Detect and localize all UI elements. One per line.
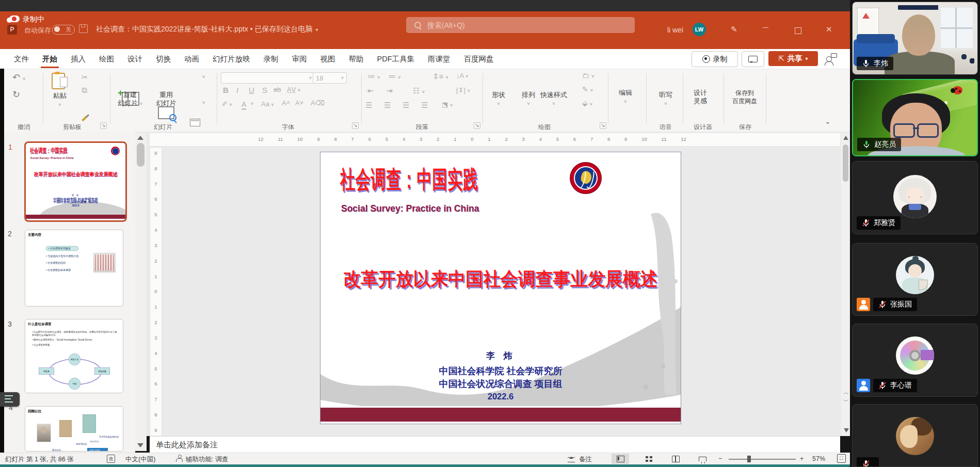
quick-styles-button[interactable]: 快速样式˅: [537, 91, 571, 108]
format-painter-icon[interactable]: [82, 116, 87, 122]
comments-button[interactable]: [742, 51, 764, 67]
close-button[interactable]: ✕: [826, 25, 832, 34]
scroll-down-icon[interactable]: [844, 428, 849, 432]
participant-video-partial[interactable]: [852, 404, 978, 467]
reading-view-button[interactable]: [667, 454, 684, 464]
align-text-button[interactable]: [⇕] ˅: [456, 86, 470, 94]
change-case-button[interactable]: Aa ˅: [261, 100, 274, 108]
normal-view-button[interactable]: [612, 454, 629, 464]
clear-formatting-button[interactable]: A⌫: [311, 99, 325, 107]
avatar[interactable]: LW: [693, 23, 706, 36]
ribbon-tab-百度网盘[interactable]: 百度网盘: [457, 50, 501, 68]
increase-indent-button[interactable]: ⇥: [386, 86, 393, 95]
smartart-button[interactable]: ⬔ ˅: [442, 101, 453, 108]
shape-outline-button[interactable]: ✎ ˅: [582, 85, 593, 93]
ribbon-tab-插入[interactable]: 插入: [64, 50, 92, 68]
accessibility-status[interactable]: 辅助功能: 调查: [186, 455, 228, 464]
scroll-up-icon[interactable]: [137, 136, 143, 140]
justify-button[interactable]: ☰: [421, 101, 428, 110]
ribbon-tab-录制[interactable]: 录制: [257, 50, 285, 68]
collapse-ribbon-button[interactable]: ⌄: [825, 119, 831, 124]
floating-annotation-badge[interactable]: [0, 392, 20, 407]
notes-placeholder[interactable]: 单击此处添加备注: [156, 440, 218, 450]
font-color-button[interactable]: A: [242, 100, 246, 110]
ribbon-tab-pdf工具集[interactable]: PDF工具集: [371, 50, 422, 68]
zoom-slider-thumb[interactable]: [747, 456, 751, 462]
new-slide-button[interactable]: 新建幻灯片 ˅: [115, 91, 146, 108]
numbering-button[interactable]: ≕ ˅: [388, 72, 400, 81]
search-bar[interactable]: [406, 17, 635, 33]
drawing-dialog-launcher[interactable]: ↘: [600, 122, 606, 129]
ribbon-tab-开始[interactable]: 开始: [36, 50, 64, 68]
dictate-button[interactable]: 听写˅: [652, 91, 679, 108]
font-dialog-launcher[interactable]: ↘: [352, 122, 359, 129]
grow-font-button[interactable]: A˄: [282, 99, 290, 107]
bold-button[interactable]: B: [223, 86, 229, 94]
character-spacing-button[interactable]: A̲V̲ ˅: [287, 86, 300, 93]
shapes-button[interactable]: 形状˅: [483, 91, 514, 108]
minimize-button[interactable]: ─: [763, 23, 768, 31]
slideshow-view-button[interactable]: [694, 454, 711, 464]
zoom-level[interactable]: 57%: [812, 455, 825, 462]
slide-scrollbar-thumb[interactable]: [843, 144, 848, 182]
save-icon[interactable]: [79, 24, 88, 33]
ribbon-tab-幻灯片放映[interactable]: 幻灯片放映: [206, 50, 257, 68]
notes-toggle-button[interactable]: 备注: [579, 455, 592, 464]
slide-layout-icon[interactable]: [190, 119, 200, 126]
slide-thumbnail-2[interactable]: 主要内容 社会调查研究概述当前国内大型学术调查介绍社会调查的流程社会调查的未来展…: [25, 230, 123, 307]
slide-canvas[interactable]: 社会调查：中国实践 Social Survey: Practice in Chi…: [320, 152, 681, 424]
italic-button[interactable]: I: [236, 86, 238, 94]
slide-thumbnail-3[interactable]: 什么是社会调查 社会研究中所说的社会调查，指的是调查者有目的地、采用特定的手段和…: [25, 319, 123, 393]
ribbon-tab-帮助[interactable]: 帮助: [342, 50, 371, 68]
next-slide-button[interactable]: ﹀: [843, 398, 849, 404]
columns-button[interactable]: ☷ ˅: [413, 86, 425, 95]
zoom-out-button[interactable]: −: [718, 455, 722, 462]
ribbon-tab-设计[interactable]: 设计: [121, 50, 149, 68]
autosave-toggle[interactable]: 关: [52, 25, 75, 35]
edit-button[interactable]: 编辑˅: [612, 89, 639, 106]
scroll-down-icon[interactable]: [137, 443, 143, 447]
zoom-in-button[interactable]: +: [800, 455, 804, 462]
language-indicator[interactable]: 中文(中国): [125, 455, 155, 464]
ribbon-tab-文件[interactable]: 文件: [7, 50, 36, 68]
align-right-button[interactable]: ☰: [403, 101, 409, 110]
record-button[interactable]: 录制: [692, 51, 738, 67]
ribbon-tab-视图[interactable]: 视图: [314, 50, 342, 68]
slide-thumbnail-4[interactable]: 回顾以往 奠基阶段 蓄水阶段 规范化阶段 学术化和新趋势阶段 1949年之前 1…: [25, 406, 123, 452]
ribbon-tab-雨课堂[interactable]: 雨课堂: [421, 50, 457, 68]
eraser-button[interactable]: ⬙ ˅: [582, 99, 592, 107]
redo-button[interactable]: ↻: [12, 89, 20, 100]
paragraph-dialog-launcher[interactable]: ↘: [474, 122, 480, 129]
fit-to-window-button[interactable]: ⛶: [837, 454, 846, 463]
participant-video-lixinpu[interactable]: 李心谱: [852, 324, 978, 397]
copy-icon[interactable]: ⧉: [82, 86, 87, 95]
paste-icon[interactable]: [52, 73, 65, 89]
slide-thumbnail-1[interactable]: 社会调查：中国实践 Social Survey: Practice in Chi…: [24, 141, 127, 222]
strikethrough-button[interactable]: ab: [274, 86, 281, 93]
user-name[interactable]: li wei: [667, 26, 683, 34]
decrease-indent-button[interactable]: ⇤: [367, 86, 374, 95]
reuse-slides-button[interactable]: 重用幻灯片: [151, 91, 182, 107]
scroll-up-icon[interactable]: [843, 136, 848, 140]
font-size-select[interactable]: 18˅: [313, 72, 347, 84]
share-button[interactable]: ⇱ 共享 ▾: [768, 51, 818, 66]
zoom-slider-track[interactable]: [729, 459, 796, 460]
bullets-button[interactable]: ≔ ˅: [367, 72, 380, 81]
line-spacing-button[interactable]: ⇕≡ ˅: [432, 72, 448, 81]
participant-video-zhangzhenguo[interactable]: 张振国: [852, 243, 978, 316]
participant-video-liwei[interactable]: 李炜: [852, 2, 978, 75]
notes-pane[interactable]: 单击此处添加备注: [150, 436, 840, 453]
align-center-button[interactable]: ☰: [384, 101, 391, 110]
shrink-font-button[interactable]: A˅: [295, 99, 303, 107]
highlight-color-button[interactable]: ✐ ˅: [222, 100, 232, 108]
ribbon-tab-切换[interactable]: 切换: [149, 50, 178, 68]
save-to-baidu-button[interactable]: 保存到百度网盘: [728, 89, 762, 105]
ribbon-tab-动画[interactable]: 动画: [178, 50, 206, 68]
underline-button[interactable]: U: [249, 86, 254, 94]
text-direction-button[interactable]: ↓A ˅: [456, 72, 468, 79]
search-input[interactable]: [426, 21, 614, 30]
shadow-button[interactable]: S: [262, 86, 267, 94]
ribbon-tab-绘图[interactable]: 绘图: [92, 50, 121, 68]
proofing-icon[interactable]: 改: [107, 455, 115, 463]
slide-sorter-view-button[interactable]: [640, 454, 657, 464]
